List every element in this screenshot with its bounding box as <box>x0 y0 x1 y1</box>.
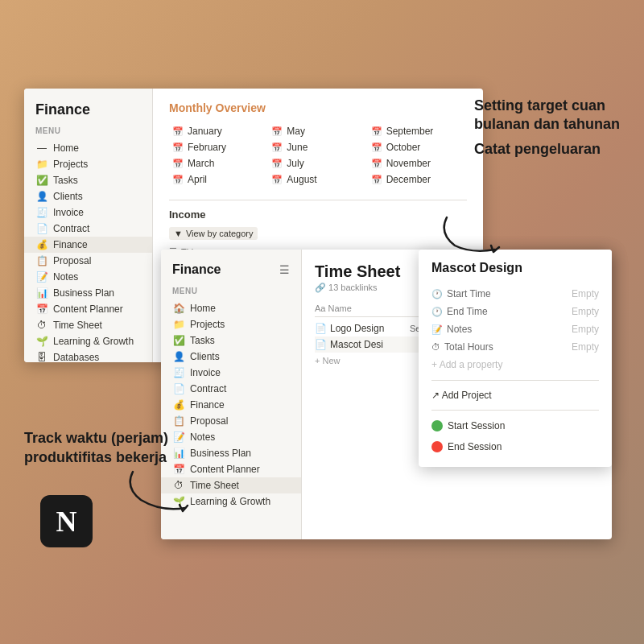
sidebar-label: Home <box>190 303 216 314</box>
add-property-button[interactable]: + Add a property <box>431 356 599 374</box>
month-april[interactable]: 📅 April <box>169 172 268 187</box>
arrow-top-icon <box>439 213 503 259</box>
ts-sidebar-business-plan[interactable]: 📊 Business Plan <box>161 445 301 461</box>
ts-sidebar-invoice[interactable]: 🧾 Invoice <box>161 365 301 381</box>
th-name: Aa Name <box>315 303 411 313</box>
month-june[interactable]: 📅 June <box>268 140 367 155</box>
calendar-icon: 📅 <box>271 159 283 169</box>
ts-menu-label: MENU <box>161 287 301 300</box>
notes-label: 📝 Notes <box>431 324 472 335</box>
tasks-icon: ✅ <box>172 335 185 346</box>
green-dot-icon <box>431 420 443 431</box>
months-grid: 📅 January 📅 May 📅 September 📅 February 📅… <box>169 124 467 187</box>
hamburger-icon[interactable]: ☰ <box>279 263 290 276</box>
sidebar-item-label: Home <box>53 142 79 154</box>
sidebar-item-invoice[interactable]: 🧾 Invoice <box>24 204 152 221</box>
sidebar-item-timesheet[interactable]: ⏱ Time Sheet <box>24 317 152 333</box>
projects-icon: 📁 <box>172 319 185 330</box>
month-august[interactable]: 📅 August <box>268 172 367 187</box>
projects-icon: 📁 <box>35 159 48 170</box>
start-time-label: 🕐 Start Time <box>431 288 491 299</box>
sidebar-item-finance[interactable]: 💰 Finance <box>24 237 152 253</box>
finance-icon: 💰 <box>35 239 48 250</box>
calendar-icon: 📅 <box>371 126 382 137</box>
view-label: View by category <box>186 229 254 238</box>
invoice-icon: 🧾 <box>172 367 185 378</box>
month-october[interactable]: 📅 October <box>368 140 467 155</box>
calendar-icon: 📅 <box>271 126 283 137</box>
divider <box>431 380 599 381</box>
timesheet-icon: ⏱ <box>35 320 48 331</box>
sidebar-item-label: Databases <box>53 352 99 362</box>
month-march[interactable]: 📅 March <box>169 156 268 171</box>
top-right-label: Setting target cuan bulanan dan tahunan … <box>474 97 620 158</box>
sidebar-label: Business Plan <box>190 448 251 459</box>
sidebar-item-business-plan[interactable]: 📊 Business Plan <box>24 285 152 301</box>
ts-sidebar-tasks[interactable]: ✅ Tasks <box>161 332 301 349</box>
business-plan-icon: 📊 <box>35 287 48 299</box>
start-time-value[interactable]: Empty <box>572 288 599 299</box>
sidebar-label: Finance <box>190 399 225 411</box>
sidebar-item-label: Finance <box>53 239 88 250</box>
calendar-icon: 📅 <box>271 142 283 153</box>
sidebar-item-home[interactable]: — Home <box>24 140 152 156</box>
month-september[interactable]: 📅 September <box>368 124 467 138</box>
clock-icon: 🕐 <box>431 289 443 299</box>
sidebar-item-proposal[interactable]: 📋 Proposal <box>24 253 152 269</box>
ts-sidebar-clients[interactable]: 👤 Clients <box>161 349 301 365</box>
finance-app-title: Finance <box>24 101 153 126</box>
sidebar-item-projects[interactable]: 📁 Projects <box>24 156 152 172</box>
ts-sidebar-contract[interactable]: 📄 Contract <box>161 381 301 397</box>
row-name: 📄 Logo Design <box>315 323 403 334</box>
clients-icon: 👤 <box>172 351 185 362</box>
sidebar-item-label: Invoice <box>53 207 84 218</box>
sidebar-item-label: Clients <box>53 191 83 202</box>
finance-icon: 💰 <box>172 399 185 411</box>
sidebar-item-label: Learning & Growth <box>53 336 134 347</box>
view-by-category-button[interactable]: ▼ View by category <box>169 227 258 240</box>
finance-menu-label: MENU <box>24 126 152 140</box>
proposal-icon: 📋 <box>172 415 185 427</box>
sidebar-item-clients[interactable]: 👤 Clients <box>24 188 152 204</box>
sidebar-label: Learning & Growth <box>190 496 270 507</box>
sidebar-item-learning[interactable]: 🌱 Learning & Growth <box>24 333 152 349</box>
month-february[interactable]: 📅 February <box>169 140 268 155</box>
calendar-icon: 📅 <box>172 159 184 169</box>
contract-icon: 📄 <box>172 383 185 394</box>
timer-icon: ⏱ <box>431 342 440 352</box>
month-july[interactable]: 📅 July <box>268 156 367 171</box>
ts-sidebar-home[interactable]: 🏠 Home <box>161 300 301 316</box>
ts-sidebar-notes[interactable]: 📝 Notes <box>161 429 301 445</box>
end-time-value[interactable]: Empty <box>572 306 599 317</box>
ts-sidebar-proposal[interactable]: 📋 Proposal <box>161 413 301 429</box>
month-january[interactable]: 📅 January <box>169 124 268 138</box>
total-hours-label: ⏱ Total Hours <box>431 341 493 353</box>
month-may[interactable]: 📅 May <box>268 124 367 138</box>
ts-sidebar-finance[interactable]: 💰 Finance <box>161 397 301 413</box>
notes-icon: 📝 <box>431 324 443 335</box>
notes-value[interactable]: Empty <box>572 324 599 335</box>
add-project-button[interactable]: ↗ Add Project <box>431 387 599 403</box>
month-december[interactable]: 📅 December <box>368 172 467 187</box>
sidebar-item-label: Proposal <box>53 255 91 266</box>
calendar-icon: 📅 <box>371 175 382 185</box>
learning-icon: 🌱 <box>35 336 48 347</box>
sidebar-item-label: Projects <box>53 159 88 170</box>
total-hours-value[interactable]: Empty <box>572 341 599 353</box>
label-line1: Setting target cuan bulanan dan tahunan <box>474 97 620 134</box>
sidebar-item-contract[interactable]: 📄 Contract <box>24 221 152 237</box>
sidebar-item-content-planner[interactable]: 📅 Content Planner <box>24 301 152 317</box>
clients-icon: 👤 <box>35 191 48 202</box>
monthly-overview-title: Monthly Overview <box>169 101 467 114</box>
end-session-button[interactable]: End Session <box>431 438 599 456</box>
sidebar-item-notes[interactable]: 📝 Notes <box>24 269 152 285</box>
sidebar-item-tasks[interactable]: ✅ Tasks <box>24 172 152 188</box>
start-session-button[interactable]: Start Session <box>431 417 599 435</box>
month-november[interactable]: 📅 November <box>368 156 467 171</box>
calendar-icon: 📅 <box>172 126 184 137</box>
sidebar-item-label: Content Planner <box>53 303 123 315</box>
sidebar-item-databases[interactable]: 🗄 Databases <box>24 349 152 362</box>
row-name: 📄 Mascot Desi <box>315 339 403 350</box>
ts-sidebar-projects[interactable]: 📁 Projects <box>161 316 301 332</box>
bottom-label-content: Track waktu (perjam) produktifitas beker… <box>24 429 168 467</box>
